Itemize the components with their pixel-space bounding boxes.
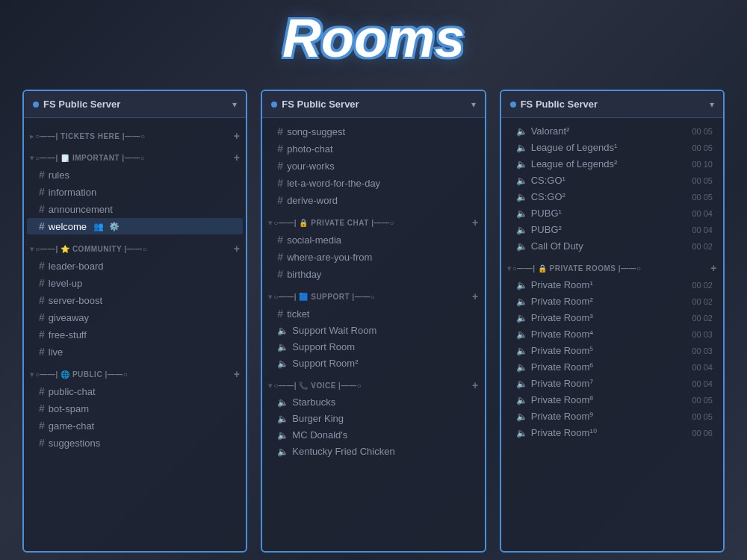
channel-pubg2[interactable]: 🔈 PUBG² 00 04: [504, 222, 720, 237]
panel-1-header[interactable]: FS Public Server ▾: [24, 91, 246, 118]
channel-starbucks[interactable]: 🔈 Starbucks: [265, 394, 481, 410]
speaker-icon: 🔈: [277, 447, 288, 457]
channel-csgo2[interactable]: 🔈 CS:GO² 00 05: [504, 189, 720, 205]
panel-2-title: FS Public Server: [282, 99, 359, 110]
speaker-icon: 🔈: [516, 428, 527, 438]
channel-private-room1[interactable]: 🔈 Private Room¹ 00 02: [504, 277, 720, 293]
channel-photo-chat[interactable]: # photo-chat: [265, 140, 481, 157]
category-important[interactable]: ▾ ○——| 🗒️ IMPORTANT |——○ +: [24, 144, 246, 166]
channel-private-room8[interactable]: 🔈 Private Room⁸ 00 05: [504, 392, 720, 408]
channel-private-room4[interactable]: 🔈 Private Room⁴ 00 03: [504, 326, 720, 342]
panel-2: FS Public Server ▾ # song-suggest # phot…: [261, 90, 486, 553]
category-tickets[interactable]: ▸ ○——| TICKETS HERE |——○ +: [24, 122, 246, 144]
category-private-rooms-plus[interactable]: +: [710, 262, 717, 274]
channel-social-media[interactable]: # social-media: [265, 231, 481, 248]
channel-valorant2[interactable]: 🔈 Valorant² 00 05: [504, 123, 720, 139]
category-voice[interactable]: ▾ ○——| 📞 VOICE |——○ +: [262, 372, 484, 393]
speaker-icon: 🔈: [516, 208, 527, 219]
panel-3: FS Public Server ▾ 🔈 Valorant² 00 05 🔈 L…: [500, 90, 725, 553]
channel-announcement[interactable]: # announcement: [27, 201, 243, 217]
server-icon-2: [271, 102, 277, 108]
panel-3-header[interactable]: FS Public Server ▾: [501, 91, 723, 118]
channel-free-stuff[interactable]: # free-stuff: [27, 326, 243, 343]
category-voice-plus[interactable]: +: [472, 379, 479, 391]
channel-private-room2[interactable]: 🔈 Private Room² 00 02: [504, 293, 720, 309]
category-support[interactable]: ▾ ○——| 🟦 SUPPORT |——○ +: [262, 283, 484, 305]
chevron-down-icon-1: ▾: [232, 99, 237, 110]
channel-call-of-duty[interactable]: 🔈 Call Of Duty 00 02: [504, 238, 720, 254]
panel-2-content: # song-suggest # photo-chat # your-works…: [262, 118, 484, 551]
channel-support-wait-room[interactable]: 🔈 Support Wait Room: [265, 323, 481, 338]
category-public-plus[interactable]: +: [234, 368, 241, 380]
speaker-icon: 🔈: [516, 143, 527, 153]
page-title: Rooms: [0, 7, 747, 69]
channel-support-room2[interactable]: 🔈 Support Room²: [265, 355, 481, 371]
channel-derive-word[interactable]: # derive-word: [265, 192, 481, 208]
channel-private-room10[interactable]: 🔈 Private Room¹⁰ 00 06: [504, 425, 720, 441]
channel-server-boost[interactable]: # server-boost: [27, 292, 243, 308]
server-icon-3: [510, 102, 516, 108]
server-icon-1: [33, 102, 39, 108]
panel-3-header-left: FS Public Server: [510, 99, 598, 110]
category-public[interactable]: ▾ ○——| 🌐 PUBLIC |——○ +: [24, 361, 246, 382]
speaker-icon: 🔈: [516, 395, 527, 405]
channel-live[interactable]: # live: [27, 343, 243, 360]
channel-private-room6[interactable]: 🔈 Private Room⁶ 00 04: [504, 359, 720, 375]
channel-private-room7[interactable]: 🔈 Private Room⁷ 00 04: [504, 376, 720, 391]
panel-3-content: 🔈 Valorant² 00 05 🔈 League of Legends¹ 0…: [501, 118, 723, 551]
speaker-icon: 🔈: [516, 379, 527, 389]
category-private-rooms[interactable]: ▾ ○——| 🔒 PRIVATE ROOMS |——○ +: [501, 255, 723, 276]
channel-your-works[interactable]: # your-works: [265, 158, 481, 174]
speaker-icon: 🔈: [516, 296, 527, 307]
speaker-icon: 🔈: [516, 280, 527, 290]
channel-leader-board[interactable]: # leader-board: [27, 258, 243, 274]
channel-ticket[interactable]: # ticket: [265, 305, 481, 322]
channel-mc-donalds[interactable]: 🔈 MC Donald's: [265, 427, 481, 443]
category-important-plus[interactable]: +: [234, 152, 241, 164]
speaker-icon: 🔈: [516, 329, 527, 340]
channel-suggestions[interactable]: # suggestions: [27, 435, 243, 451]
channel-giveaway[interactable]: # giveaway: [27, 309, 243, 326]
speaker-icon: 🔈: [516, 225, 527, 235]
speaker-icon: 🔈: [516, 159, 527, 169]
speaker-icon: 🔈: [277, 397, 288, 408]
category-community[interactable]: ▾ ○——| ⭐ COMMUNITY |——○ +: [24, 235, 246, 257]
category-community-plus[interactable]: +: [234, 243, 241, 255]
channel-game-chat[interactable]: # game-chat: [27, 417, 243, 434]
speaker-icon: 🔈: [516, 241, 527, 252]
speaker-icon: 🔈: [277, 358, 288, 369]
speaker-icon: 🔈: [277, 326, 288, 336]
channel-welcome[interactable]: # welcome 👥 ⚙️: [27, 218, 243, 234]
channel-burger-king[interactable]: 🔈 Burger King: [265, 411, 481, 426]
channel-information[interactable]: # information: [27, 184, 243, 200]
channel-level-up[interactable]: # level-up: [27, 275, 243, 291]
channel-private-room5[interactable]: 🔈 Private Room⁵ 00 03: [504, 343, 720, 358]
channel-public-chat[interactable]: # public-chat: [27, 383, 243, 399]
channel-birthday[interactable]: # birthday: [265, 266, 481, 282]
channel-pubg1[interactable]: 🔈 PUBG¹ 00 04: [504, 205, 720, 221]
panel-1-title: FS Public Server: [43, 99, 120, 110]
panel-2-header[interactable]: FS Public Server ▾: [262, 91, 484, 118]
channel-song-suggest[interactable]: # song-suggest: [265, 123, 481, 140]
channel-where-are-you-from[interactable]: # where-are-you-from: [265, 249, 481, 265]
chevron-down-icon-2: ▾: [471, 99, 476, 110]
category-private-chat[interactable]: ▾ ○——| 🔒 PRIVATE CHAT |——○ +: [262, 209, 484, 231]
panel-1-header-left: FS Public Server: [33, 99, 120, 110]
channel-rules[interactable]: # rules: [27, 167, 243, 183]
channel-lol2[interactable]: 🔈 League of Legends² 00 10: [504, 156, 720, 172]
channel-private-room3[interactable]: 🔈 Private Room³ 00 02: [504, 310, 720, 326]
channel-kfc[interactable]: 🔈 Kentucky Fried Chicken: [265, 444, 481, 459]
category-private-chat-plus[interactable]: +: [472, 217, 479, 228]
speaker-icon: 🔈: [516, 175, 527, 186]
channel-let-a-word[interactable]: # let-a-word-for-the-day: [265, 175, 481, 191]
category-plus-icon[interactable]: +: [234, 130, 241, 142]
channel-csgo1[interactable]: 🔈 CS:GO¹ 00 05: [504, 172, 720, 188]
speaker-icon: 🔈: [516, 313, 527, 323]
category-support-plus[interactable]: +: [472, 290, 479, 302]
channel-lol1[interactable]: 🔈 League of Legends¹ 00 05: [504, 140, 720, 155]
speaker-icon: 🔈: [516, 192, 527, 202]
channel-support-room[interactable]: 🔈 Support Room: [265, 339, 481, 355]
channel-private-room9[interactable]: 🔈 Private Room⁹ 00 05: [504, 408, 720, 424]
panel-1-content: ▸ ○——| TICKETS HERE |——○ + ▾ ○——| 🗒️ IMP…: [24, 118, 246, 551]
channel-bot-spam[interactable]: # bot-spam: [27, 400, 243, 417]
